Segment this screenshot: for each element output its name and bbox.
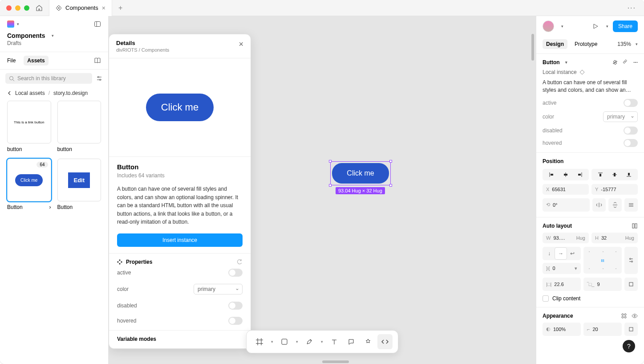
chevron-down-icon[interactable]: ▾: [606, 24, 608, 29]
help-button[interactable]: ?: [623, 340, 635, 352]
chevron-down-icon[interactable]: ▾: [269, 334, 275, 349]
crumb-library[interactable]: story.to.design: [53, 90, 88, 96]
flip-v-icon[interactable]: [608, 198, 622, 212]
direction-down-icon: ↓: [543, 248, 555, 259]
prop-active-toggle[interactable]: [624, 99, 638, 107]
y-input[interactable]: Y-15777: [591, 184, 638, 195]
align-vertical-group[interactable]: [591, 169, 638, 180]
app-menu-icon[interactable]: ···: [620, 4, 644, 12]
align-center-v-icon: [611, 171, 618, 178]
share-button[interactable]: Share: [613, 20, 638, 32]
more-transform-icon[interactable]: [624, 198, 638, 212]
style-icon[interactable]: [621, 313, 627, 319]
swap-instance-icon[interactable]: [612, 59, 618, 65]
zoom-control[interactable]: 135%▾: [617, 41, 638, 47]
padding-v-input[interactable]: ‾□_9: [583, 278, 622, 291]
scrollbar-horizontal[interactable]: [322, 360, 349, 363]
home-button[interactable]: [36, 4, 49, 12]
individual-corners-icon[interactable]: [624, 323, 638, 336]
chevron-down-icon[interactable]: ▾: [561, 24, 563, 29]
chevron-down-icon[interactable]: ▾: [17, 22, 19, 26]
asset-item[interactable]: Edit Button: [57, 159, 101, 210]
autolayout-advanced-icon[interactable]: [624, 247, 638, 274]
pen-tool-icon[interactable]: [302, 334, 317, 349]
project-title[interactable]: Components: [7, 32, 45, 39]
file-tab[interactable]: File: [7, 57, 16, 64]
svg-point-34: [630, 258, 631, 260]
prop-disabled-toggle[interactable]: [228, 302, 243, 310]
search-input[interactable]: Search in this library: [5, 73, 92, 84]
window-close-icon[interactable]: [6, 5, 12, 11]
corner-radius-input[interactable]: ⌐20: [583, 323, 622, 336]
filter-icon[interactable]: [96, 75, 103, 82]
individual-padding-icon[interactable]: [624, 278, 638, 291]
svg-rect-18: [564, 174, 567, 176]
prop-disabled-toggle[interactable]: [624, 127, 638, 135]
more-icon[interactable]: ···: [633, 59, 638, 65]
actions-icon[interactable]: [360, 334, 376, 349]
gap-input[interactable]: ]ι[0▾: [543, 263, 581, 274]
drafts-label[interactable]: Drafts: [0, 39, 108, 52]
svg-point-37: [622, 314, 624, 315]
right-panel: ▾ ▾ Share Design Prototype 135%▾ Button …: [536, 16, 644, 364]
component-name[interactable]: Button: [543, 59, 560, 65]
autolayout-settings-icon[interactable]: [632, 223, 638, 229]
window-minimize-icon[interactable]: [15, 5, 20, 11]
selection-dimensions: 93.04 Hug × 32 Hug: [336, 187, 385, 194]
variable-modes-label[interactable]: Variable modes: [109, 330, 251, 348]
back-icon[interactable]: [7, 91, 12, 95]
x-input[interactable]: X65631: [543, 184, 589, 195]
prop-color-select[interactable]: primary: [603, 111, 638, 122]
insert-instance-button[interactable]: Insert instance: [117, 233, 243, 247]
chevron-down-icon[interactable]: ▾: [294, 334, 300, 349]
width-input[interactable]: W93.…Hug: [543, 233, 589, 243]
text-tool-icon[interactable]: [327, 334, 342, 349]
tab-close-icon[interactable]: ×: [102, 4, 105, 12]
figma-logo-icon[interactable]: [7, 20, 14, 28]
alignment-box[interactable]: ιιι: [583, 247, 622, 274]
asset-item[interactable]: This is a link button button: [7, 101, 51, 152]
canvas[interactable]: Details divRIOTS / Components × Click me…: [109, 16, 536, 364]
refresh-icon[interactable]: [236, 259, 243, 265]
avatar[interactable]: [543, 20, 554, 32]
chevron-down-icon[interactable]: ▾: [52, 33, 54, 38]
dev-mode-icon[interactable]: [377, 334, 393, 349]
asset-item[interactable]: 64 Click me Button›: [7, 159, 51, 210]
scrollbar-vertical[interactable]: [531, 34, 534, 61]
properties-icon: [117, 259, 122, 265]
prototype-tab[interactable]: Prototype: [575, 41, 597, 47]
direction-group[interactable]: ↓ → ↩: [543, 247, 581, 260]
prop-active-toggle[interactable]: [228, 269, 243, 277]
rotation-input[interactable]: ⟲0°: [543, 198, 590, 212]
align-horizontal-group[interactable]: [543, 169, 589, 180]
assets-tab[interactable]: Assets: [24, 56, 48, 65]
chevron-down-icon[interactable]: ▾: [319, 334, 325, 349]
tab-current[interactable]: Components ×: [49, 0, 112, 16]
flip-h-icon[interactable]: [592, 198, 606, 212]
prop-hovered-toggle[interactable]: [228, 317, 243, 325]
crumb-local-assets[interactable]: Local assets: [15, 90, 45, 96]
asset-item[interactable]: button: [57, 101, 101, 152]
shape-tool-icon[interactable]: [277, 334, 292, 349]
align-right-icon: [576, 171, 583, 178]
window-zoom-icon[interactable]: [24, 5, 29, 11]
panel-toggle-icon[interactable]: [94, 20, 101, 28]
prop-color-select[interactable]: primary: [194, 284, 243, 294]
design-tab[interactable]: Design: [543, 39, 567, 49]
visibility-icon[interactable]: [632, 313, 638, 319]
new-tab-button[interactable]: +: [112, 4, 129, 12]
close-icon[interactable]: ×: [239, 40, 243, 49]
comment-tool-icon[interactable]: [344, 334, 359, 349]
padding-h-input[interactable]: |□|22.6: [543, 278, 581, 291]
opacity-input[interactable]: ◐100%: [543, 323, 581, 336]
height-input[interactable]: H32Hug: [591, 233, 638, 243]
clip-content-checkbox[interactable]: [543, 295, 549, 302]
chevron-right-icon: ›: [49, 204, 51, 210]
library-icon[interactable]: [94, 57, 101, 64]
go-to-main-icon[interactable]: [623, 59, 629, 65]
frame-tool-icon[interactable]: [252, 334, 267, 349]
prop-hovered-toggle[interactable]: [624, 139, 638, 147]
play-icon[interactable]: [592, 23, 599, 30]
bottom-toolbar: ▾ ▾ ▾: [246, 330, 398, 353]
chevron-down-icon[interactable]: ▾: [565, 60, 567, 65]
